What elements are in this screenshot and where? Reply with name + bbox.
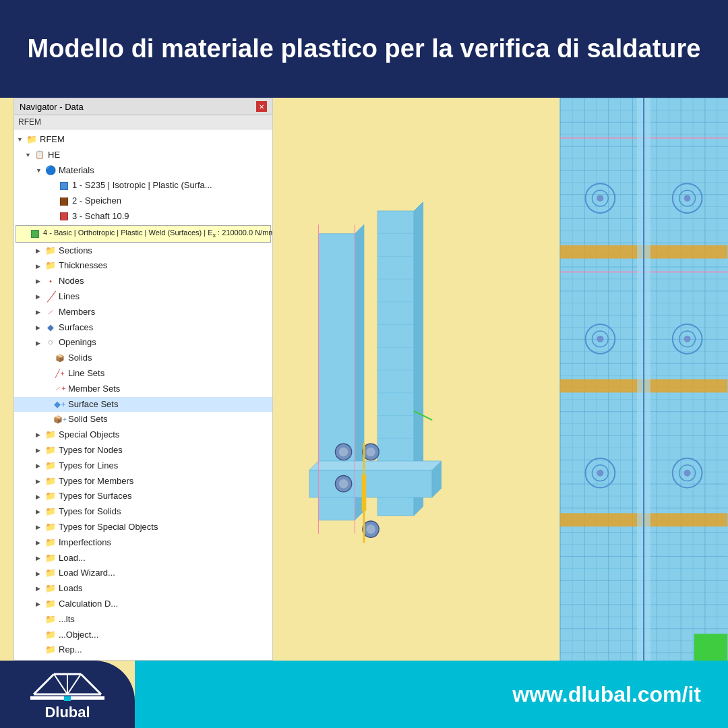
tree-he[interactable]: ▼ 📋 HE <box>14 148 272 163</box>
linesets-icon: ╱+ <box>55 368 65 379</box>
nav-toolbar: RFEM <box>14 115 272 129</box>
special-label: Special Objects <box>59 428 119 442</box>
tree-linesets[interactable]: ▶ ╱+ Line Sets <box>14 366 272 382</box>
tree-imperfections[interactable]: ▶ 📁 Imperfections <box>14 535 272 551</box>
sections-label: Sections <box>59 244 92 258</box>
header-title: Modello di materiale plastico per la ver… <box>1 34 728 63</box>
m1-icon <box>59 181 69 191</box>
tsp-label: Types for Special Objects <box>59 520 158 535</box>
tree-solids[interactable]: ▶ 📦 Solids <box>14 351 272 366</box>
svg-marker-5 <box>309 470 432 497</box>
tree-sections[interactable]: ▶ 📁 Sections <box>14 243 272 259</box>
logo-text: Dlubal <box>44 704 90 721</box>
svg-line-65 <box>67 674 81 694</box>
tn-icon: 📁 <box>45 445 56 456</box>
nodes-icon: • <box>45 276 56 287</box>
tree-types-members[interactable]: ▶ 📁 Types for Members <box>14 474 272 489</box>
tree-membersets[interactable]: ▶ ⟋+ Member Sets <box>14 382 272 397</box>
calc-arrow: ▶ <box>36 599 45 609</box>
loads-arrow: ▶ <box>36 584 45 593</box>
solidsets-label: Solid Sets <box>68 413 108 427</box>
navigator-title: Navigator - Data <box>20 102 84 112</box>
objects-icon: 📁 <box>45 630 56 640</box>
tree-types-lines[interactable]: ▶ 📁 Types for Lines <box>14 458 272 474</box>
rfem-icon: 📁 <box>26 134 37 145</box>
m4-label: 4 - Basic | Orthotropic | Plastic | Weld… <box>43 227 272 241</box>
rfem-label: RFEM <box>18 117 41 127</box>
tsol-icon: 📁 <box>45 507 56 518</box>
header-banner: Modello di materiale plastico per la ver… <box>0 0 728 98</box>
lines-icon: ╱ <box>45 291 56 302</box>
openings-icon: ○ <box>45 338 56 348</box>
svg-point-42 <box>597 336 603 342</box>
svg-point-45 <box>684 336 691 342</box>
svg-point-21 <box>366 448 375 456</box>
rfem-label-text: RFEM <box>40 133 65 147</box>
tree-types-nodes[interactable]: ▶ 📁 Types for Nodes <box>14 443 272 458</box>
nav-tree[interactable]: ▼ 📁 RFEM ▼ 📋 HE ▼ 🔵 Materials ▶ 1 - S235… <box>14 129 272 660</box>
he-label: HE <box>48 148 60 162</box>
tree-types-solids[interactable]: ▶ 📁 Types for Solids <box>14 504 272 520</box>
svg-rect-68 <box>64 696 71 701</box>
tl-icon: 📁 <box>45 460 56 471</box>
tree-material-3[interactable]: ▶ 3 - Schaft 10.9 <box>14 209 272 224</box>
tree-members[interactable]: ▶ ⟋ Members <box>14 305 272 320</box>
load-arrow: ▶ <box>36 553 45 563</box>
navigator-panel: Navigator - Data ✕ RFEM ▼ 📁 RFEM ▼ 📋 HE … <box>13 98 273 661</box>
footer-website: www.dlubal.com/it <box>135 661 728 728</box>
tree-special[interactable]: ▶ 📁 Special Objects <box>14 427 272 443</box>
tree-reports[interactable]: ▶ 📁 Rep... <box>14 642 272 658</box>
tree-lines[interactable]: ▶ ╱ Lines <box>14 289 272 305</box>
tree-material-2[interactable]: ▶ 2 - Speichen <box>14 193 272 209</box>
membersets-label: Member Sets <box>68 382 120 396</box>
tree-material-1[interactable]: ▶ 1 - S235 | Isotropic | Plastic (Surfa.… <box>14 178 272 193</box>
tn-arrow: ▶ <box>36 446 45 455</box>
footer-bar: Dlubal www.dlubal.com/it <box>0 661 728 728</box>
tree-types-special[interactable]: ▶ 📁 Types for Special Objects <box>14 520 272 535</box>
he-arrow: ▼ <box>25 150 34 160</box>
tm-icon: 📁 <box>45 476 56 487</box>
m3-icon <box>59 211 69 222</box>
svg-point-19 <box>339 448 348 456</box>
objects-label: ...Object... <box>59 628 98 642</box>
tn-label: Types for Nodes <box>59 444 123 458</box>
tree-solidsets[interactable]: ▶ 📦+ Solid Sets <box>14 412 272 427</box>
tree-loads[interactable]: ▶ 📁 Loads <box>14 581 272 597</box>
tree-surfaces[interactable]: ▶ ◆ Surfaces <box>14 320 272 336</box>
tree-openings[interactable]: ▶ ○ Openings <box>14 335 272 351</box>
tree-thicknesses[interactable]: ▶ 📁 Thicknesses <box>14 258 272 274</box>
tree-results[interactable]: ▶ 📁 ...lts <box>14 612 272 628</box>
calc-icon: 📁 <box>45 599 56 609</box>
surfaces-label: Surfaces <box>59 321 93 335</box>
members-label: Members <box>59 305 95 320</box>
tree-objects[interactable]: ▶ 📁 ...Object... <box>14 628 272 643</box>
openings-arrow: ▶ <box>36 338 45 348</box>
membersets-icon: ⟋+ <box>55 384 65 394</box>
tree-material-4[interactable]: ▶ 4 - Basic | Orthotropic | Plastic | We… <box>16 225 271 243</box>
tree-nodes[interactable]: ▶ • Nodes <box>14 274 272 289</box>
tsol-arrow: ▶ <box>36 507 45 516</box>
tree-load-wizard[interactable]: ▶ 📁 Load Wizard... <box>14 566 272 581</box>
results-label: ...lts <box>59 613 75 627</box>
members-arrow: ▶ <box>36 307 45 317</box>
svg-line-62 <box>81 674 101 694</box>
ts-icon: 📁 <box>45 491 56 502</box>
tree-materials[interactable]: ▼ 🔵 Materials <box>14 163 272 179</box>
tree-types-surfaces[interactable]: ▶ 📁 Types for Surfaces <box>14 489 272 504</box>
rfem-arrow: ▼ <box>17 135 26 144</box>
tree-surfacesets[interactable]: ▶ ◆+ Surface Sets <box>14 397 272 413</box>
footer-logo: Dlubal <box>0 661 135 728</box>
lines-label: Lines <box>59 290 80 304</box>
svg-point-48 <box>597 470 603 477</box>
svg-point-51 <box>684 470 691 477</box>
tsp-icon: 📁 <box>45 522 56 533</box>
footer-url: www.dlubal.com/it <box>512 682 701 707</box>
thicknesses-label: Thicknesses <box>59 259 107 273</box>
tree-load[interactable]: ▶ 📁 Load... <box>14 551 272 566</box>
navigator-close-button[interactable]: ✕ <box>256 101 267 112</box>
tree-rfem[interactable]: ▼ 📁 RFEM <box>14 132 272 148</box>
tree-calculation[interactable]: ▶ 📁 Calculation D... <box>14 597 272 612</box>
thicknesses-arrow: ▶ <box>36 262 45 271</box>
mesh-panel <box>559 98 728 661</box>
results-icon: 📁 <box>45 614 56 625</box>
